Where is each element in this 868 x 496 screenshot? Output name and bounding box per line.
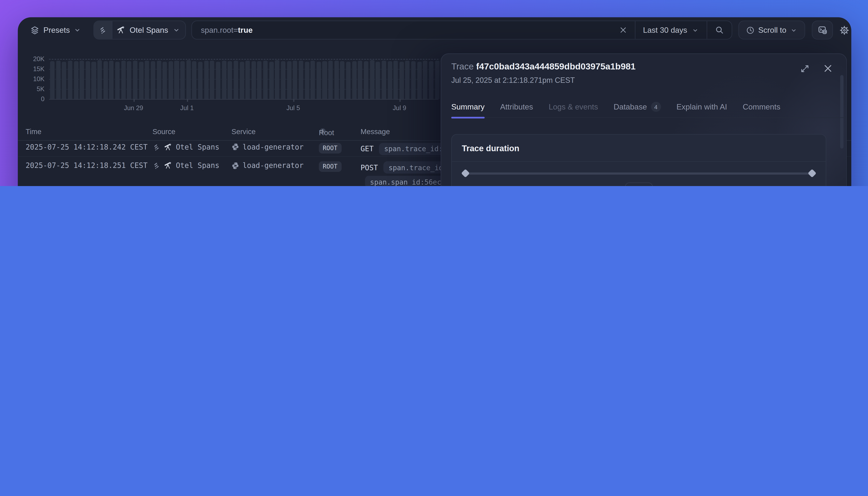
histogram-bar	[358, 61, 362, 99]
histogram-bar	[127, 61, 132, 99]
tab-summary[interactable]: Summary	[451, 99, 485, 117]
layers-icon	[30, 25, 40, 35]
col-source[interactable]: Source	[153, 127, 176, 136]
clear-query-button[interactable]	[611, 21, 635, 39]
row-method: POST	[361, 163, 378, 172]
dev-console-button[interactable]	[812, 21, 833, 40]
root-badge: ROOT	[319, 161, 341, 172]
row-service: load-generator	[231, 161, 304, 170]
presets-button[interactable]: Presets	[30, 21, 81, 40]
histogram-bar	[387, 61, 392, 99]
desktop-background: Presets Otel Spans	[0, 0, 868, 186]
histogram-bar	[352, 61, 356, 99]
histogram-bar	[234, 61, 238, 99]
x-axis-tick-label: Jul 9	[393, 105, 406, 111]
row-method: GET	[361, 144, 374, 153]
histogram-bar	[340, 61, 345, 99]
query-input[interactable]: span.root=true Last 30 days	[191, 21, 732, 40]
histogram-bar	[145, 61, 149, 99]
trace-duration-card: Trace duration 2:12:18.272pm CEST 0ms 2:…	[451, 134, 826, 186]
root-badge: ROOT	[319, 143, 341, 153]
histogram-bar	[411, 61, 416, 99]
y-axis-tick-label: 20K	[22, 56, 45, 62]
x-axis-tick-label: Jun 29	[124, 105, 143, 111]
histogram-bar	[305, 62, 309, 99]
query-controls: Last 30 days	[611, 21, 732, 39]
row-service-label: load-generator	[243, 143, 304, 151]
spans-glyph-icon	[153, 143, 161, 151]
histogram-bar	[74, 61, 78, 99]
histogram-bar	[180, 61, 185, 99]
volume-histogram: 20K15K10K5K0 Jun 29Jul 1Jul 5Jul 9	[18, 51, 452, 123]
col-root[interactable]: Root	[319, 127, 326, 135]
duration-slider[interactable]	[464, 172, 813, 175]
expand-icon[interactable]	[800, 64, 810, 74]
slider-handle-end[interactable]	[808, 169, 816, 177]
dataset-selector[interactable]: Otel Spans	[93, 21, 186, 40]
spans-glyph-icon[interactable]	[94, 21, 112, 39]
histogram-bar	[163, 62, 167, 99]
tab-logs-events[interactable]: Logs & events	[549, 99, 598, 117]
tab-comments[interactable]: Comments	[743, 99, 780, 117]
row-service-label: load-generator	[243, 161, 304, 170]
histogram-bar	[62, 62, 66, 99]
dataset-label: Otel Spans	[130, 26, 168, 35]
query-value: true	[238, 26, 253, 35]
histogram-bar	[210, 61, 214, 99]
close-icon[interactable]	[823, 63, 833, 74]
histogram-bar	[198, 62, 202, 99]
close-icon	[619, 26, 627, 34]
histogram-bar	[299, 61, 303, 99]
tab-attributes[interactable]: Attributes	[500, 99, 533, 117]
histogram-bar	[406, 61, 410, 99]
tab-database[interactable]: Database4	[614, 99, 661, 117]
histogram-bar	[103, 61, 108, 99]
histogram-bar	[174, 61, 179, 99]
x-axis-line	[49, 99, 439, 100]
python-icon	[231, 143, 239, 151]
histogram-bar	[281, 61, 286, 99]
histogram-bar	[252, 61, 256, 99]
telescope-icon	[164, 161, 172, 170]
settings-button[interactable]	[835, 21, 851, 40]
col-message[interactable]: Message	[361, 127, 390, 136]
chevron-down-icon	[74, 26, 81, 34]
row-time: 2025-07-25 14:12:18.242 CEST	[26, 143, 148, 151]
histogram-bar	[86, 61, 90, 99]
tab-label: Explain with AI	[676, 103, 727, 111]
histogram-bar	[382, 61, 386, 99]
histogram-bar	[151, 61, 155, 99]
query-prefix: span.root=	[201, 26, 238, 35]
query-text: span.root=true	[201, 26, 253, 35]
histogram-bar	[334, 61, 339, 99]
histogram-bar	[322, 61, 327, 99]
histogram-bar	[68, 60, 72, 99]
histogram-bar	[133, 61, 137, 99]
row-source-label: Otel Spans	[176, 143, 219, 151]
histogram-bar	[435, 61, 439, 99]
histogram-plot[interactable]: Jun 29Jul 1Jul 5Jul 9	[49, 59, 439, 99]
col-time[interactable]: Time	[26, 127, 42, 136]
row-time: 2025-07-25 14:12:18.251 CEST	[26, 161, 148, 170]
histogram-bar	[399, 62, 404, 99]
row-source: Otel Spans	[153, 161, 219, 170]
tab-count-badge: 4	[651, 102, 661, 112]
scroll-to-button[interactable]: Scroll to	[738, 21, 805, 40]
search-button[interactable]	[707, 21, 732, 39]
divider	[452, 161, 826, 162]
tab-explain-with-ai[interactable]: Explain with AI	[676, 99, 727, 117]
histogram-bar	[92, 62, 96, 99]
col-service[interactable]: Service	[231, 127, 256, 136]
histogram-bar	[204, 61, 209, 99]
histogram-bar	[317, 62, 321, 99]
trace-label: Trace	[451, 62, 474, 71]
gear-icon	[839, 25, 850, 35]
slider-handle-start[interactable]	[461, 169, 470, 177]
y-axis-tick-label: 10K	[22, 76, 45, 82]
histogram-bar	[169, 61, 173, 99]
y-axis-tick-label: 5K	[22, 86, 45, 92]
histogram-bar	[364, 61, 368, 99]
time-range-button[interactable]: Last 30 days	[635, 21, 706, 39]
time-range-label: Last 30 days	[643, 26, 687, 35]
histogram-bar	[109, 61, 114, 99]
